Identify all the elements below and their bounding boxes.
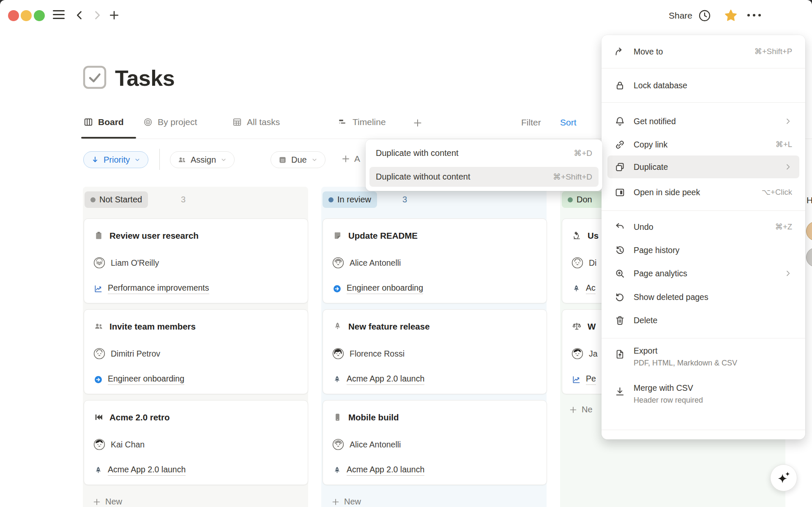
restore-icon bbox=[614, 292, 626, 303]
card-link[interactable]: Pe bbox=[586, 374, 596, 385]
new-task-button[interactable]: New bbox=[331, 497, 361, 507]
team-icon bbox=[93, 321, 104, 332]
card-person: Alice Antonelli bbox=[350, 258, 401, 268]
card-title: Us bbox=[588, 231, 599, 241]
card-link[interactable]: Ac bbox=[586, 283, 596, 294]
card-link[interactable]: Acme App 2.0 launch bbox=[108, 465, 186, 476]
chevron-right-icon bbox=[784, 269, 792, 278]
download-icon bbox=[614, 386, 626, 397]
task-card[interactable]: Acme 2.0 retro Kai Chan Acme App 2.0 lau… bbox=[84, 400, 308, 485]
menu-item-export[interactable]: Export PDF, HTML, Markdown & CSV bbox=[607, 346, 799, 375]
menu-divider bbox=[601, 68, 805, 68]
move-to-icon bbox=[614, 46, 626, 57]
menu-item-delete[interactable]: Delete bbox=[607, 309, 799, 332]
line-chart-icon bbox=[93, 284, 103, 294]
history-clock-icon bbox=[614, 245, 626, 256]
menu-item-merge-with-csv[interactable]: Merge with CSV Header row required bbox=[607, 383, 799, 412]
card-title: Review user research bbox=[109, 231, 199, 241]
task-card[interactable]: Invite team members Dimitri Petrov Engin… bbox=[84, 309, 308, 394]
menu-shortcut: ⌘+Shift+P bbox=[755, 47, 792, 56]
menu-item-undo[interactable]: Undo ⌘+Z bbox=[607, 215, 799, 238]
submenu-item-duplicate-without-content[interactable]: Duplicate without content ⌘+Shift+D bbox=[369, 167, 599, 187]
column-name: Not Started bbox=[99, 195, 142, 204]
menu-divider bbox=[601, 430, 805, 430]
hidden-column-fragment: H bbox=[807, 195, 812, 205]
card-link[interactable]: Acme App 2.0 launch bbox=[347, 465, 424, 476]
menu-item-get-notified[interactable]: Get notified bbox=[607, 110, 799, 133]
link-icon bbox=[614, 139, 626, 150]
scales-icon bbox=[571, 321, 582, 332]
clipboard-icon bbox=[93, 230, 104, 241]
magnifier-plus-icon bbox=[614, 268, 626, 279]
menu-label: Lock database bbox=[634, 81, 799, 90]
column-name: In review bbox=[337, 195, 371, 204]
plus-icon bbox=[92, 497, 101, 507]
menu-shortcut: ⌥+Click bbox=[762, 188, 792, 197]
card-title: Update README bbox=[348, 231, 418, 241]
menu-item-move-to[interactable]: Move to ⌘+Shift+P bbox=[607, 40, 799, 63]
menu-item-page-analytics[interactable]: Page analytics bbox=[607, 262, 799, 285]
menu-item-page-history[interactable]: Page history bbox=[607, 239, 799, 262]
card-title: Acme 2.0 retro bbox=[109, 412, 170, 422]
avatar bbox=[806, 248, 812, 267]
menu-item-open-side-peek[interactable]: Open in side peek ⌥+Click bbox=[607, 181, 799, 204]
menu-label: Open in side peek bbox=[634, 188, 762, 197]
menu-shortcut: ⌘+Z bbox=[775, 222, 792, 232]
menu-label: Merge with CSV bbox=[634, 383, 703, 393]
menu-label: Move to bbox=[634, 47, 755, 57]
menu-label: Duplicate with content bbox=[376, 148, 574, 158]
undo-icon bbox=[614, 221, 626, 233]
menu-divider bbox=[601, 102, 805, 103]
card-title: Invite team members bbox=[109, 322, 196, 332]
avatar bbox=[806, 221, 812, 241]
menu-item-lock-database[interactable]: Lock database bbox=[607, 74, 799, 97]
card-link[interactable]: Acme App 2.0 launch bbox=[347, 374, 424, 385]
avatar bbox=[571, 257, 583, 269]
menu-label: Page history bbox=[634, 245, 799, 255]
status-dot bbox=[328, 197, 334, 202]
card-link[interactable]: Engineer onboarding bbox=[108, 374, 184, 385]
trash-icon bbox=[614, 315, 626, 326]
avatar bbox=[571, 348, 583, 360]
menu-shortcut: ⌘+Shift+D bbox=[553, 172, 592, 182]
menu-item-duplicate[interactable]: Duplicate bbox=[607, 155, 799, 178]
menu-item-show-deleted-pages[interactable]: Show deleted pages bbox=[607, 286, 799, 308]
column-header-not-started[interactable]: Not Started bbox=[85, 191, 148, 208]
export-icon bbox=[614, 349, 626, 360]
page-options-menu: Move to ⌘+Shift+P Lock database Get noti… bbox=[601, 35, 805, 439]
duplicate-submenu: Duplicate with content ⌘+D Duplicate wit… bbox=[366, 139, 602, 191]
avatar bbox=[93, 348, 105, 360]
plus-icon bbox=[569, 405, 578, 414]
menu-sublabel: Header row required bbox=[634, 396, 703, 405]
card-title: Mobile build bbox=[348, 412, 399, 422]
menu-sublabel: PDF, HTML, Markdown & CSV bbox=[634, 359, 737, 368]
menu-label: Show deleted pages bbox=[634, 292, 799, 302]
menu-label: Undo bbox=[634, 222, 775, 232]
menu-label: Page analytics bbox=[634, 269, 784, 278]
task-card[interactable]: Mobile build Alice Antonelli Acme App 2.… bbox=[323, 400, 547, 485]
rewind-icon bbox=[93, 412, 104, 422]
ai-assistant-button[interactable] bbox=[770, 464, 797, 491]
menu-divider bbox=[601, 210, 805, 211]
new-task-button[interactable]: New bbox=[92, 497, 122, 507]
column-header-in-review[interactable]: In review bbox=[323, 191, 377, 208]
rocket-icon bbox=[332, 375, 342, 384]
task-card[interactable]: Review user research Liam O'Reilly Perfo… bbox=[84, 218, 308, 303]
menu-label: Export bbox=[634, 346, 737, 356]
task-card[interactable]: Update README Alice Antonelli Engineer o… bbox=[323, 218, 547, 303]
menu-item-copy-link[interactable]: Copy link ⌘+L bbox=[607, 133, 799, 156]
menu-label: Get notified bbox=[634, 117, 784, 126]
card-link[interactable]: Engineer onboarding bbox=[347, 283, 423, 294]
rocket-icon bbox=[93, 466, 103, 475]
submenu-item-duplicate-with-content[interactable]: Duplicate with content ⌘+D bbox=[369, 143, 599, 163]
card-link[interactable]: Performance improvements bbox=[108, 283, 209, 294]
new-task-button[interactable]: Ne bbox=[569, 405, 593, 414]
task-card[interactable]: New feature release Florence Rossi Acme … bbox=[323, 309, 547, 394]
card-person: Alice Antonelli bbox=[350, 440, 401, 450]
chevron-right-icon bbox=[784, 163, 792, 171]
column-count: 3 bbox=[181, 195, 186, 204]
card-person: Ja bbox=[589, 349, 598, 359]
status-dot bbox=[568, 197, 573, 202]
card-person: Liam O'Reilly bbox=[111, 258, 159, 268]
card-person: Di bbox=[589, 258, 596, 268]
